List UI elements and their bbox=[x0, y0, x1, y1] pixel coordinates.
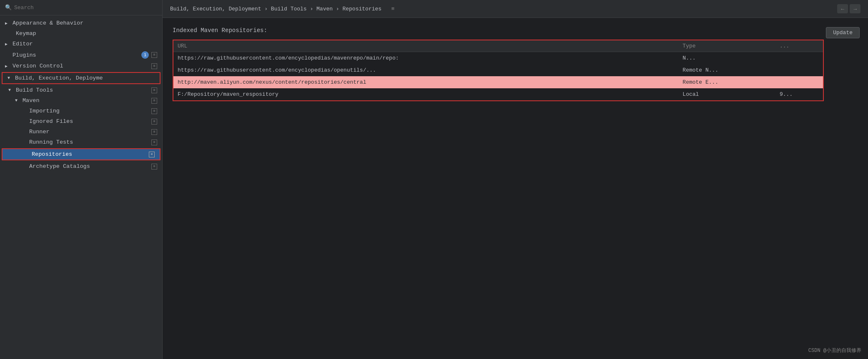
type-cell: N... bbox=[678, 52, 775, 65]
plugins-badge: 1 bbox=[141, 51, 149, 59]
sidebar-item-label: Maven bbox=[23, 97, 149, 104]
search-icon: 🔍 bbox=[5, 4, 12, 11]
sidebar-item-label: Keymap bbox=[16, 30, 157, 37]
sidebar-item-runner[interactable]: Runner ≡ bbox=[0, 127, 162, 137]
sidebar-item-label: Build, Execution, Deployme bbox=[15, 75, 155, 81]
arrow-icon bbox=[22, 164, 28, 169]
sidebar-item-label: Build Tools bbox=[16, 87, 149, 93]
breadcrumb-text: Build, Execution, Deployment › Build Too… bbox=[170, 6, 381, 12]
settings-icon: ≡ bbox=[151, 119, 157, 125]
search-bar[interactable]: 🔍 bbox=[0, 0, 162, 15]
table-row[interactable]: F:/Repository/maven_respositoryLocal9... bbox=[173, 88, 823, 101]
sidebar-item-editor[interactable]: ▶ Editor bbox=[0, 39, 162, 49]
sidebar-item-repositories[interactable]: Repositories ≡ bbox=[3, 149, 160, 160]
url-cell: F:/Repository/maven_respository bbox=[173, 88, 678, 101]
nav-tree: ▶ Appearance & Behavior Keymap ▶ Editor … bbox=[0, 15, 162, 359]
nav-back-button[interactable]: ← bbox=[837, 4, 848, 13]
sidebar: 🔍 ▶ Appearance & Behavior Keymap ▶ Edito… bbox=[0, 0, 163, 359]
settings-icon: ≡ bbox=[151, 87, 157, 93]
arrow-icon: ▼ bbox=[8, 76, 13, 80]
repo-table: URL Type ... https://raw.githubuserconte… bbox=[173, 40, 824, 101]
nav-forward-button[interactable]: → bbox=[850, 4, 860, 13]
content-header: Build, Execution, Deployment › Build Too… bbox=[163, 0, 868, 18]
sidebar-item-keymap[interactable]: Keymap bbox=[0, 28, 162, 39]
sidebar-item-label: Repositories bbox=[32, 151, 146, 157]
update-button[interactable]: Update bbox=[826, 27, 860, 38]
arrow-icon bbox=[24, 152, 30, 157]
sidebar-item-archetype-catalogs[interactable]: Archetype Catalogs ≡ bbox=[0, 161, 162, 172]
search-input[interactable] bbox=[14, 5, 157, 11]
sidebar-item-build-tools[interactable]: ▼ Build Tools ≡ bbox=[0, 85, 162, 95]
sidebar-item-plugins[interactable]: Plugins 1 ≡ bbox=[0, 49, 162, 61]
sidebar-item-label: Archetype Catalogs bbox=[29, 163, 149, 170]
sidebar-item-label: Runner bbox=[29, 129, 149, 135]
sidebar-item-appearance[interactable]: ▶ Appearance & Behavior bbox=[0, 18, 162, 28]
sidebar-item-label: Editor bbox=[13, 41, 157, 47]
watermark: CSDN @小丑的自我修养 bbox=[808, 347, 861, 354]
url-cell: https://raw.githubusercontent.com/encycl… bbox=[173, 52, 678, 65]
type-cell: Remote E... bbox=[678, 76, 775, 88]
sidebar-item-maven[interactable]: ▼ Maven ≡ bbox=[0, 95, 162, 106]
sidebar-item-version-control[interactable]: ▶ Version Control ≡ bbox=[0, 61, 162, 71]
settings-icon: ≡ bbox=[151, 164, 157, 170]
table-row[interactable]: https://raw.githubusercontent.com/encycl… bbox=[173, 52, 823, 65]
dots-cell: 9... bbox=[775, 88, 823, 101]
sidebar-item-build-exec-deploy[interactable]: ▼ Build, Execution, Deployme bbox=[3, 73, 160, 83]
type-cell: Remote N... bbox=[678, 64, 775, 76]
settings-icon: ≡ bbox=[151, 108, 157, 114]
sidebar-item-label: Ignored Files bbox=[29, 118, 149, 125]
url-cell: https://raw.githubusercontent.com/encycl… bbox=[173, 64, 678, 76]
sidebar-item-label: Plugins bbox=[13, 52, 139, 58]
settings-icon: ≡ bbox=[149, 152, 155, 157]
main-layout: 🔍 ▶ Appearance & Behavior Keymap ▶ Edito… bbox=[0, 0, 868, 359]
sidebar-item-running-tests[interactable]: Running Tests ≡ bbox=[0, 137, 162, 147]
breadcrumb-icon: ≡ bbox=[391, 6, 395, 12]
settings-icon: ≡ bbox=[151, 98, 157, 104]
col-url: URL bbox=[173, 40, 678, 52]
arrow-icon: ▼ bbox=[15, 98, 21, 103]
arrow-icon: ▶ bbox=[5, 21, 11, 26]
sidebar-item-label: Version Control bbox=[13, 63, 149, 69]
content-body: Indexed Maven Repositories: Update URL T… bbox=[163, 18, 868, 359]
sidebar-item-label: Importing bbox=[29, 108, 149, 114]
content-area: Build, Execution, Deployment › Build Too… bbox=[163, 0, 868, 359]
settings-icon: ≡ bbox=[151, 63, 157, 69]
url-cell: http://maven.aliyun.com/nexus/content/re… bbox=[173, 76, 678, 88]
arrow-icon bbox=[8, 31, 14, 36]
col-dots: ... bbox=[775, 40, 823, 52]
arrow-icon bbox=[22, 119, 28, 124]
settings-icon: ≡ bbox=[151, 129, 157, 135]
table-row[interactable]: https://raw.githubusercontent.com/encycl… bbox=[173, 64, 823, 76]
sidebar-item-label: Running Tests bbox=[29, 139, 149, 145]
arrow-icon bbox=[5, 53, 11, 57]
sidebar-item-importing[interactable]: Importing ≡ bbox=[0, 106, 162, 116]
nav-arrows: ← → bbox=[837, 4, 860, 13]
sidebar-item-ignored-files[interactable]: Ignored Files ≡ bbox=[0, 116, 162, 127]
col-type: Type bbox=[678, 40, 775, 52]
settings-icon: ≡ bbox=[151, 140, 157, 145]
section-title: Indexed Maven Repositories: bbox=[173, 27, 858, 34]
arrow-icon: ▶ bbox=[5, 64, 11, 69]
arrow-icon bbox=[22, 109, 28, 113]
arrow-icon bbox=[22, 140, 28, 145]
sidebar-item-label: Appearance & Behavior bbox=[13, 20, 157, 26]
dots-cell bbox=[775, 76, 823, 88]
repositories-box: Repositories ≡ bbox=[2, 148, 161, 160]
table-row[interactable]: http://maven.aliyun.com/nexus/content/re… bbox=[173, 76, 823, 88]
breadcrumb: Build, Execution, Deployment › Build Too… bbox=[170, 6, 832, 12]
arrow-icon bbox=[22, 130, 28, 134]
arrow-icon: ▼ bbox=[8, 88, 14, 92]
type-cell: Local bbox=[678, 88, 775, 101]
settings-icon: ≡ bbox=[151, 52, 157, 58]
dots-cell bbox=[775, 52, 823, 65]
arrow-icon: ▶ bbox=[5, 42, 11, 47]
dots-cell bbox=[775, 64, 823, 76]
build-exec-deploy-box: ▼ Build, Execution, Deployme bbox=[2, 72, 161, 84]
